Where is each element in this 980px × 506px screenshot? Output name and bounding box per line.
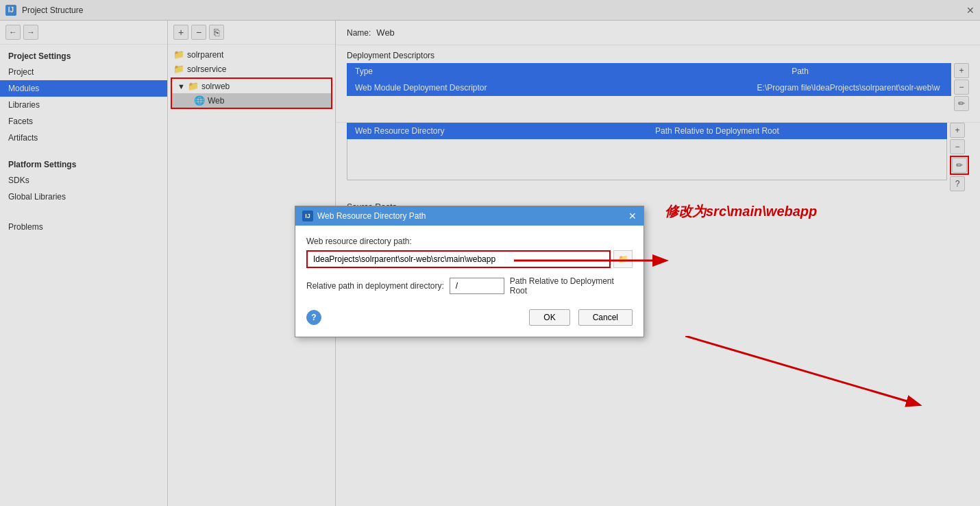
dialog-help-button[interactable]: ? [306,310,321,325]
dialog-path-input[interactable] [306,250,611,268]
svg-line-3 [685,336,918,405]
dialog-footer: ? OK Cancel [306,306,633,326]
dialog: IJ Web Resource Directory Path ✕ Web res… [295,206,644,337]
dialog-cancel-button[interactable]: Cancel [578,309,633,326]
dialog-overlay: 修改为src\main\webapp IJ Web Resource Direc… [0,0,980,506]
dialog-title: Web Resource Directory Path [317,211,426,221]
arrow-svg-2 [685,336,959,418]
dialog-relative-input[interactable] [450,278,504,294]
dialog-body: Web resource directory path: 📁 Relative … [295,226,644,337]
dialog-input-row: 📁 [306,250,633,268]
dialog-close-button[interactable]: ✕ [628,210,637,221]
dialog-icon: IJ [302,210,313,221]
annotation-text: 修改为src\main\webapp [665,202,817,221]
relative-hint: Path Relative to Deployment Root [510,276,633,296]
relative-label: Relative path in deployment directory: [306,281,444,291]
dialog-ok-button[interactable]: OK [529,309,569,326]
dialog-relative-row: Relative path in deployment directory: P… [306,276,633,296]
dialog-titlebar: IJ Web Resource Directory Path ✕ [295,206,644,226]
dialog-field-label: Web resource directory path: [306,237,633,246]
dialog-browse-button[interactable]: 📁 [613,250,633,268]
